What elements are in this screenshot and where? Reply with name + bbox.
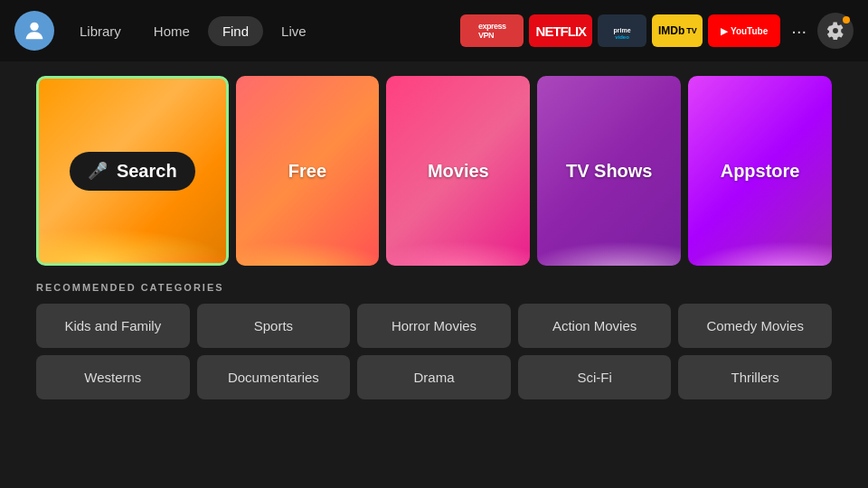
free-tile[interactable]: Free bbox=[236, 76, 380, 266]
categories-section: RECOMMENDED CATEGORIES Kids and Family S… bbox=[36, 282, 832, 399]
app-netflix[interactable]: NETFLIX bbox=[529, 14, 592, 47]
category-sci-fi[interactable]: Sci-Fi bbox=[518, 355, 672, 399]
microphone-icon: 🎤 bbox=[88, 161, 108, 181]
appstore-label: Appstore bbox=[721, 161, 800, 182]
search-tile[interactable]: 🎤 Search bbox=[36, 76, 229, 266]
app-youtube[interactable]: ▶ YouTube bbox=[708, 14, 780, 47]
app-prime-video[interactable]: prime video bbox=[598, 14, 646, 47]
more-apps-button[interactable]: ··· bbox=[786, 21, 812, 42]
tvshows-label: TV Shows bbox=[566, 161, 653, 182]
tvshows-tile[interactable]: TV Shows bbox=[537, 76, 681, 266]
app-icons: expressVPN NETFLIX prime video IMDbTV ▶ … bbox=[460, 13, 854, 49]
app-imdb[interactable]: IMDbTV bbox=[652, 14, 703, 47]
category-kids-and-family[interactable]: Kids and Family bbox=[36, 304, 190, 348]
category-row-2: Westerns Documentaries Drama Sci-Fi Thri… bbox=[36, 355, 832, 399]
feature-tiles: 🎤 Search Free Movies TV Shows Appstore bbox=[36, 76, 832, 266]
avatar[interactable] bbox=[14, 11, 54, 51]
movies-label: Movies bbox=[428, 161, 489, 182]
category-horror-movies[interactable]: Horror Movies bbox=[357, 304, 511, 348]
movies-tile[interactable]: Movies bbox=[386, 76, 530, 266]
category-thrillers[interactable]: Thrillers bbox=[678, 355, 832, 399]
category-drama[interactable]: Drama bbox=[357, 355, 511, 399]
category-sports[interactable]: Sports bbox=[197, 304, 351, 348]
nav-live[interactable]: Live bbox=[267, 16, 321, 46]
appstore-tile[interactable]: Appstore bbox=[688, 76, 832, 266]
svg-point-0 bbox=[30, 23, 38, 31]
free-label: Free bbox=[288, 161, 326, 182]
category-grid: Kids and Family Sports Horror Movies Act… bbox=[36, 304, 832, 399]
app-expressvpn[interactable]: expressVPN bbox=[460, 14, 524, 47]
nav-library[interactable]: Library bbox=[65, 16, 136, 46]
category-action-movies[interactable]: Action Movies bbox=[518, 304, 672, 348]
settings-button[interactable] bbox=[817, 13, 854, 49]
settings-notification-dot bbox=[843, 16, 850, 23]
nav-home[interactable]: Home bbox=[139, 16, 204, 46]
svg-text:video: video bbox=[615, 34, 629, 40]
category-westerns[interactable]: Westerns bbox=[36, 355, 190, 399]
main-content: 🎤 Search Free Movies TV Shows Appstore R… bbox=[0, 61, 868, 414]
categories-title: RECOMMENDED CATEGORIES bbox=[36, 282, 832, 293]
search-label: Search bbox=[117, 161, 177, 182]
category-documentaries[interactable]: Documentaries bbox=[197, 355, 351, 399]
category-row-1: Kids and Family Sports Horror Movies Act… bbox=[36, 304, 832, 348]
nav-links: Library Home Find Live bbox=[65, 16, 321, 46]
category-comedy-movies[interactable]: Comedy Movies bbox=[678, 304, 832, 348]
nav-find[interactable]: Find bbox=[208, 16, 263, 46]
search-pill[interactable]: 🎤 Search bbox=[70, 152, 195, 191]
top-nav: Library Home Find Live expressVPN NETFLI… bbox=[0, 0, 868, 61]
